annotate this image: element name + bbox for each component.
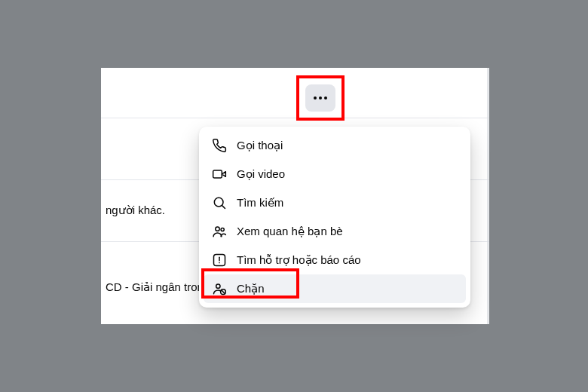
menu-item-video-call[interactable]: Gọi video — [204, 160, 466, 188]
phone-icon — [211, 137, 228, 154]
svg-line-3 — [222, 206, 225, 209]
block-user-icon — [211, 280, 228, 297]
background-text-fragment: CD - Giải ngân tron — [106, 280, 204, 294]
svg-marker-1 — [222, 172, 225, 177]
svg-line-11 — [222, 290, 225, 294]
svg-point-8 — [219, 262, 220, 264]
more-options-button[interactable] — [305, 84, 335, 112]
svg-point-4 — [216, 227, 219, 231]
ellipsis-icon — [314, 96, 327, 100]
menu-item-see-friendship[interactable]: Xem quan hệ bạn bè — [204, 217, 466, 246]
menu-item-label: Xem quan hệ bạn bè — [237, 225, 343, 238]
menu-item-label: Gọi video — [237, 167, 285, 181]
menu-item-audio-call[interactable]: Gọi thoại — [204, 131, 466, 160]
more-options-menu: Gọi thoại Gọi video Tìm kiếm Xem quan hệ… — [199, 127, 470, 308]
report-icon — [211, 252, 228, 268]
svg-point-5 — [221, 228, 224, 231]
video-icon — [211, 166, 228, 182]
search-icon — [211, 194, 228, 211]
chat-panel: người khác. CD - Giải ngân tron Gọi thoạ… — [101, 68, 489, 324]
panel-scroll-edge — [487, 68, 489, 324]
menu-item-label: Tìm kiếm — [237, 196, 283, 210]
divider — [101, 118, 489, 118]
friends-icon — [211, 223, 228, 240]
svg-point-9 — [216, 284, 220, 288]
menu-item-search[interactable]: Tìm kiếm — [204, 188, 466, 217]
menu-item-report[interactable]: Tìm hỗ trợ hoặc báo cáo — [204, 246, 466, 274]
svg-point-2 — [214, 198, 223, 207]
menu-item-block[interactable]: Chặn — [204, 274, 466, 303]
menu-item-label: Gọi thoại — [237, 139, 283, 152]
menu-item-label: Tìm hỗ trợ hoặc báo cáo — [237, 253, 361, 267]
background-text-fragment: người khác. — [106, 204, 165, 217]
screenshot-canvas: người khác. CD - Giải ngân tron Gọi thoạ… — [0, 0, 588, 392]
svg-rect-0 — [213, 170, 222, 178]
menu-item-label: Chặn — [237, 282, 265, 296]
